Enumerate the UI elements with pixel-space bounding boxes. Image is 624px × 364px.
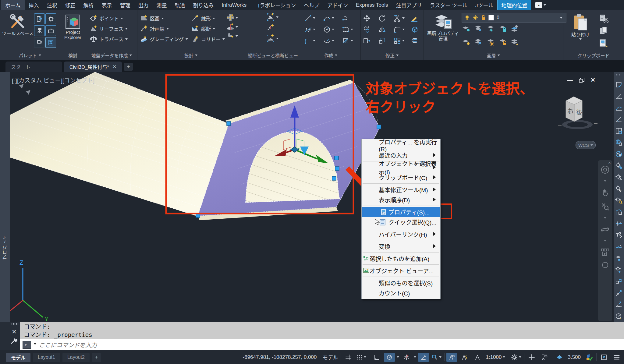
file-tab-drawing[interactable]: Civil3D_属性付与* ✕: [64, 62, 122, 72]
annotation-scale-value[interactable]: 1:1000: [485, 353, 506, 362]
corridor-button[interactable]: コリドー: [191, 34, 225, 44]
tab-infraworks[interactable]: InfraWorks: [218, 0, 251, 10]
map-import-tool-icon[interactable]: [615, 139, 622, 146]
file-tab-close-icon[interactable]: ✕: [113, 64, 117, 69]
menu-item-object-viewer[interactable]: オブジェクト ビューア...: [362, 266, 440, 276]
box-3d-button[interactable]: [410, 25, 424, 34]
annotation-scale-current-button[interactable]: [472, 353, 483, 362]
orbit-icon[interactable]: [601, 225, 610, 234]
drawing-canvas[interactable]: Z Y 右 後 [-][カスタム ビュー][コンセプト] 対象: [10, 72, 614, 322]
erase-button[interactable]: [410, 14, 424, 23]
layer-isolate-button[interactable]: [510, 25, 519, 33]
annotation-monitor-icon[interactable]: [19, 84, 30, 95]
menu-item-isolate-objects[interactable]: オブジェクトを選択表示(I): [362, 162, 440, 172]
navbar-wheel-caret-icon[interactable]: [604, 180, 606, 183]
ellipse-button[interactable]: [323, 36, 337, 45]
toolpalettes-toggle[interactable]: [34, 13, 45, 24]
minimize-icon[interactable]: —: [567, 77, 573, 83]
adjust-elevation-tool-icon[interactable]: [615, 301, 622, 308]
point-select-tool-icon[interactable]: [615, 185, 622, 193]
plan-production-tool-icon[interactable]: [615, 127, 622, 135]
layer-color-swatch[interactable]: [488, 15, 494, 20]
xline-button[interactable]: [304, 25, 318, 34]
customization-menu-icon[interactable]: [611, 353, 622, 362]
surfaces-button[interactable]: サーフェス: [90, 23, 128, 34]
traverse-button[interactable]: トラバース: [90, 34, 128, 44]
draw-group-label[interactable]: 作成: [324, 52, 333, 58]
layout-tab-layout2[interactable]: Layout2: [62, 353, 90, 362]
surface-elevation-tool-icon[interactable]: [615, 255, 623, 262]
command-history[interactable]: コマンド: コマンド: _properties: [20, 322, 624, 340]
tab-help[interactable]: ヘルプ: [300, 0, 323, 10]
copy-clip-icon[interactable]: [599, 27, 609, 35]
zoom-extents-icon[interactable]: [601, 202, 610, 211]
command-input[interactable]: ここにコマンドを入力: [39, 341, 97, 349]
restore-icon[interactable]: [579, 78, 584, 83]
ortho-mode-button[interactable]: [371, 353, 382, 362]
layer-on-button[interactable]: [462, 38, 471, 46]
snap-mode-button[interactable]: [356, 353, 367, 362]
palette-grip-icon[interactable]: [615, 74, 622, 77]
menu-item-draw-order[interactable]: 表示順序(D): [362, 195, 440, 205]
intersection-button[interactable]: [226, 13, 240, 22]
daylight-arc-tool-icon[interactable]: [615, 104, 622, 111]
raise-lower-tool-icon[interactable]: [615, 289, 622, 297]
copy-button[interactable]: [363, 25, 377, 34]
tab-transparent[interactable]: 割り込み: [189, 0, 218, 10]
layer-unlock-button[interactable]: [499, 38, 507, 46]
tab-view[interactable]: 表示: [98, 0, 116, 10]
point-elevation-tool-icon[interactable]: [615, 266, 622, 274]
ribbon-collapse-button[interactable]: ▲: [535, 2, 542, 8]
command-customize-wrench-icon[interactable]: [10, 337, 18, 345]
isodraft-caret-icon[interactable]: [414, 356, 416, 359]
polyline-button[interactable]: [342, 14, 356, 23]
new-layout-button[interactable]: +: [92, 353, 101, 362]
layer-walk-button[interactable]: [510, 38, 519, 46]
arc-button[interactable]: [323, 14, 337, 23]
tab-insert[interactable]: 挿入: [25, 0, 43, 10]
tab-express-tools[interactable]: Express Tools: [352, 0, 392, 10]
properties-palette-toggle[interactable]: [45, 37, 56, 48]
tab-geolocation[interactable]: 地理的位置: [497, 0, 531, 10]
point-zoom-tool-icon[interactable]: [615, 197, 622, 204]
tab-annotate[interactable]: 注釈: [43, 0, 61, 10]
layer-properties-manager-button[interactable]: 画層プロパティ 管理: [426, 13, 460, 41]
rotate-button[interactable]: [378, 14, 392, 23]
wcs-dropdown[interactable]: WCS: [576, 141, 596, 149]
tab-rail[interactable]: 軌道: [171, 0, 189, 10]
tab-jtools[interactable]: Jツール: [471, 0, 498, 10]
filter-select-tool-icon[interactable]: [615, 231, 623, 239]
tab-featured-apps[interactable]: 注目アプリ: [392, 0, 426, 10]
layer-off-button[interactable]: [462, 25, 471, 33]
navigation-wheel-icon[interactable]: [601, 165, 610, 174]
menu-item-basic-modify-tools[interactable]: 基本修正ツール(M): [362, 185, 440, 195]
tab-raster-tools[interactable]: ラスター ツール: [426, 0, 471, 10]
parcel-edit-tool-icon[interactable]: [615, 208, 622, 216]
section-views-button[interactable]: [266, 34, 280, 43]
model-space-button[interactable]: モデル: [321, 353, 339, 362]
profile-button[interactable]: 縦断: [191, 23, 225, 34]
layout-tab-layout1[interactable]: Layout1: [33, 353, 60, 362]
cut-icon[interactable]: [599, 14, 609, 23]
menu-item-repeat-properties[interactable]: プロパティ... を再実行(R): [362, 140, 440, 150]
showmotion-icon[interactable]: [601, 248, 610, 257]
tab-modify[interactable]: 修正: [61, 0, 80, 10]
menu-item-convert[interactable]: 変換: [362, 241, 440, 251]
alignment-button[interactable]: 線形: [191, 13, 225, 23]
toolspace-button[interactable]: ツールスペース: [2, 14, 34, 36]
scale-caret-icon[interactable]: [503, 356, 505, 359]
station-tracker-tool-icon[interactable]: [615, 220, 622, 227]
assembly-button[interactable]: [226, 22, 240, 31]
menu-item-properties[interactable]: プロパティ(S)...: [362, 207, 440, 217]
elevation-layer-icon[interactable]: [554, 353, 565, 362]
offset-button[interactable]: [410, 36, 424, 45]
sample-lines-button[interactable]: [266, 23, 280, 32]
layer-match-button[interactable]: [474, 38, 483, 46]
feature-line-button[interactable]: 計画線: [140, 23, 188, 34]
crosshair-button[interactable]: [526, 353, 537, 362]
points-button[interactable]: ポイント: [90, 13, 128, 23]
point-annotate-tool-icon[interactable]: [615, 174, 622, 181]
pipe-network-button[interactable]: [226, 31, 240, 41]
menu-item-add-selected[interactable]: 選択したものを追加(A): [362, 253, 440, 263]
fillet-button[interactable]: [393, 25, 407, 34]
